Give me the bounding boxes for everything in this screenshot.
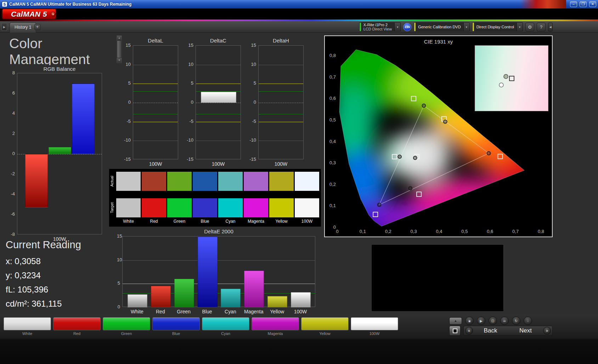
pattern-swatch-100w[interactable]: 100W (351, 317, 398, 336)
meter-dropdown[interactable]: X-Rite i1Pro 2 LCD Direct View ▼ (359, 22, 401, 32)
cie-measurement-cyan (398, 155, 401, 159)
pattern-swatch-cyan[interactable]: Cyan (202, 317, 249, 336)
chart-plot-area (133, 45, 178, 159)
transport-stop-button[interactable]: ■ (465, 317, 474, 325)
reference-line (196, 122, 241, 122)
next-chevron-button[interactable]: » (543, 327, 551, 335)
swatch-column-label: Blue (193, 219, 217, 224)
minimize-button[interactable]: – (570, 1, 577, 7)
x-axis-label: 100W (258, 161, 304, 167)
actual-swatch-green (167, 172, 192, 191)
pattern-swatch-yellow[interactable]: Yellow (301, 317, 349, 336)
pattern-swatch-label: Yellow (301, 331, 349, 336)
source-text: Generic Calibration DVD (416, 23, 463, 31)
pattern-swatch-white[interactable]: White (4, 317, 51, 336)
bar-magenta (244, 271, 264, 307)
chevron-down-icon[interactable]: ▼ (517, 23, 523, 31)
logo-dropdown-icon[interactable]: ▼ (51, 12, 56, 17)
reference-line (123, 284, 315, 284)
cie-x-tick-label: 0,6 (483, 229, 497, 234)
pattern-swatch-label: Magenta (252, 331, 299, 336)
meter-name: X-Rite i1Pro 2 (363, 23, 392, 27)
scroll-down-icon[interactable]: ▼ (117, 58, 122, 63)
transport-record-button[interactable]: ● (524, 317, 532, 325)
cie-x-tick-label: 0,3 (407, 229, 421, 234)
cie-measurement-magenta (408, 187, 412, 190)
source-name: Generic Calibration DVD (418, 25, 461, 29)
cie-x-tick-label: 0,8 (534, 229, 548, 234)
next-button[interactable]: Next (508, 327, 543, 334)
transport-frame-button[interactable]: ⊡ (489, 317, 497, 325)
swatch-column-label: Cyan (218, 219, 243, 224)
chevron-down-icon[interactable]: ▼ (463, 23, 469, 31)
meter-count-badge[interactable]: 235 (403, 23, 411, 31)
pattern-swatch-color (252, 317, 299, 330)
toolbar-right-cluster: X-Rite i1Pro 2 LCD Direct View ▼ 235 Gen… (359, 22, 553, 32)
bar-green (174, 279, 194, 307)
cie-y-tick-label: 0,6 (326, 96, 336, 101)
y-axis-tick-label: -10 (122, 137, 131, 143)
chevron-down-icon[interactable]: ▼ (394, 23, 400, 31)
reading-y: y: 0,3234 (6, 268, 112, 283)
pattern-swatch-magenta[interactable]: Magenta (252, 317, 299, 336)
pattern-swatch-label: Cyan (202, 331, 249, 336)
actual-swatch-magenta (244, 172, 268, 191)
layout-scrollbar[interactable]: ▲ ▼ (117, 35, 122, 63)
close-button[interactable]: ✕ (589, 1, 596, 7)
pattern-swatch-green[interactable]: Green (103, 317, 150, 336)
help-button[interactable]: ? (537, 23, 546, 32)
y-axis-tick-label: -15 (122, 157, 131, 162)
cie-y-tick-label: 0,5 (326, 117, 336, 123)
y-axis-tick-label: 10 (185, 62, 193, 67)
chart-title: DeltaE 2000 (122, 228, 315, 234)
layout-title-line2: Management (9, 51, 119, 65)
calman-logo[interactable]: CalMAN 5 (2, 9, 56, 19)
window-title: CalMAN 5 CalMAN Ultimate for Business 63… (9, 2, 568, 7)
y-axis-tick-label: -10 (185, 137, 193, 143)
video-preview (371, 244, 504, 312)
settings-gear-button[interactable]: ⚙ (525, 23, 534, 32)
scroll-up-icon[interactable]: ▲ (117, 36, 122, 40)
chart-plot-area (196, 45, 241, 159)
add-tab-button[interactable]: + (34, 24, 40, 30)
transport-eject-button[interactable]: ▲ (449, 317, 462, 325)
pattern-swatch-color (4, 317, 51, 330)
transport-controls: ▲■▶⊡∞↻● (449, 317, 532, 325)
cie-x-tick-label: 0,5 (457, 229, 472, 234)
panel-toggle-button[interactable]: ▶ (1, 23, 7, 31)
inset-measured-point (504, 74, 508, 79)
pattern-swatch-red[interactable]: Red (53, 317, 101, 336)
chart-plot-area (17, 73, 102, 234)
workspace: Color Management ▲ ▼ RGB Balance86420-2-… (0, 33, 598, 314)
reference-line (133, 91, 178, 92)
scrollbar-thumb[interactable] (117, 41, 121, 58)
maximize-button[interactable]: ❐ (580, 1, 587, 7)
source-dropdown[interactable]: Generic Calibration DVD ▼ (414, 22, 469, 32)
transport-refresh-button[interactable]: ↻ (512, 317, 520, 325)
y-axis-tick-label: 5 (122, 80, 131, 86)
back-button[interactable]: Back (473, 327, 508, 334)
cie-x-tick-label: 0,4 (432, 229, 446, 234)
bar-deltac (201, 92, 236, 103)
pattern-swatch-color (152, 317, 200, 330)
x-axis-label: 100W (133, 161, 178, 167)
transport-loop-button[interactable]: ∞ (500, 317, 509, 325)
x-axis-label: 100W (196, 161, 241, 167)
current-reading-panel: Current Reading x: 0,3058 y: 0,3234 fL: … (6, 239, 112, 311)
tab-history-1[interactable]: History 1 (10, 22, 36, 33)
cie-measurement-white (413, 156, 417, 160)
actual-swatch-cyan (218, 172, 243, 191)
rgb-balance-chart: RGB Balance86420-2-4-6-8100W (5, 66, 113, 245)
back-chevron-button[interactable]: « (465, 327, 473, 335)
cie-y-tick-label: 0,1 (326, 203, 336, 208)
reference-line (133, 84, 178, 84)
transport-play-button[interactable]: ▶ (477, 317, 485, 325)
collapse-toolbar-button[interactable]: ◀ (548, 23, 553, 32)
y-axis-tick-label: 2 (5, 131, 15, 136)
pattern-swatch-blue[interactable]: Blue (152, 317, 200, 336)
display-control-dropdown[interactable]: Direct Display Control ▼ (472, 22, 523, 32)
target-swatch-yellow (269, 198, 294, 217)
pattern-window-button[interactable] (449, 326, 461, 336)
bar-red (25, 154, 48, 207)
bottom-bar: WhiteRedGreenBlueCyanMagentaYellow100W ▲… (0, 314, 598, 364)
